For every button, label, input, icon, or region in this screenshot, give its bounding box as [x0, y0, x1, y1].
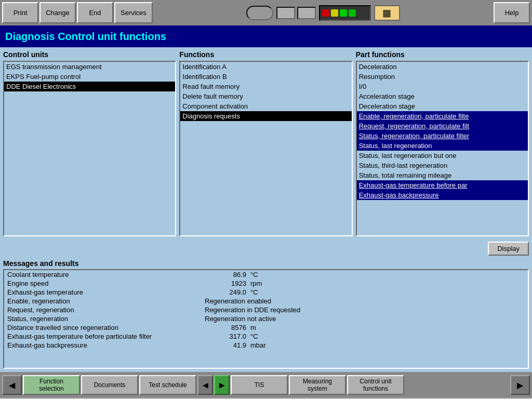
nav-btn-1[interactable]: Documents: [81, 375, 138, 395]
part-function-item-9[interactable]: Status, last regeneration but one: [357, 151, 528, 161]
functions-list-container: Identification AIdentification BRead fau…: [179, 61, 352, 236]
control-units-header: Control units: [3, 50, 176, 59]
help-button[interactable]: Help: [494, 2, 530, 23]
functions-header: Functions: [179, 50, 352, 59]
toolbar-spacer: ▦: [154, 2, 493, 23]
msg-unit-2: °C: [246, 288, 277, 296]
message-row-6: Distance travelled since regeneration857…: [4, 323, 528, 332]
display-area: Display: [0, 240, 532, 258]
nav-btn-5[interactable]: Control unit functions: [347, 375, 404, 395]
nav-btn-3[interactable]: TIS: [231, 375, 288, 395]
function-item-3[interactable]: Delete fault memory: [180, 91, 351, 101]
msg-value-8: 41.9: [205, 341, 246, 349]
control-unit-item-0[interactable]: EGS transmission management: [4, 62, 175, 72]
message-row-4: Request, regenerationRegeneration in DDE…: [4, 305, 528, 314]
msg-label-4: Request, regeneration: [7, 306, 205, 314]
led-green-1: [340, 9, 347, 17]
function-item-2[interactable]: Read fault memory: [180, 82, 351, 91]
msg-unit-0: °C: [246, 271, 277, 278]
msg-text-4: Regeneration in DDE requested: [205, 306, 525, 314]
function-item-1[interactable]: Identification B: [180, 72, 351, 82]
part-function-item-12[interactable]: Exhaust-gas temperature before par: [357, 180, 528, 190]
functions-panel: Functions Identification AIdentification…: [179, 50, 352, 236]
msg-unit-6: m: [246, 324, 277, 331]
nav-left-arrow[interactable]: ◀: [2, 375, 22, 395]
msg-unit-1: rpm: [246, 280, 277, 287]
functions-scroll[interactable]: Identification AIdentification BRead fau…: [180, 62, 351, 235]
part-function-item-4[interactable]: Deceleration stage: [357, 101, 528, 111]
nav-btn-4[interactable]: Measuring system: [289, 375, 346, 395]
msg-text-3: Regeneration enabled: [205, 297, 525, 305]
change-button[interactable]: Change: [39, 2, 76, 23]
part-functions-scroll[interactable]: DecelerationResumptionI/0Acceleration st…: [357, 62, 528, 235]
msg-value-1: 1923: [205, 280, 246, 287]
message-row-2: Exhaust-gas temperature249.0°C: [4, 288, 528, 297]
message-row-3: Enable, regenerationRegeneration enabled: [4, 297, 528, 305]
msg-label-2: Exhaust-gas temperature: [7, 288, 205, 296]
control-unit-item-2[interactable]: DDE Diesel Electronics: [4, 82, 175, 91]
control-unit-item-1[interactable]: EKPS Fuel-pump control: [4, 72, 175, 82]
msg-label-1: Engine speed: [7, 280, 205, 287]
msg-label-7: Exhaust-gas temperature before particula…: [7, 332, 205, 340]
messages-container[interactable]: Coolant temperature86.9°CEngine speed192…: [3, 269, 529, 369]
part-function-item-2[interactable]: I/0: [357, 82, 528, 91]
car-icon-1: [276, 7, 295, 19]
car-icons: [276, 7, 316, 19]
part-function-item-7[interactable]: Status, regeneration, particulate filter: [357, 131, 528, 141]
display-button[interactable]: Display: [488, 242, 529, 256]
nav-inner-left-arrow[interactable]: ◀: [197, 375, 213, 395]
message-row-8: Exhaust-gas backpressure41.9mbar: [4, 341, 528, 350]
part-function-item-13[interactable]: Exhaust-gas backpressure: [357, 190, 528, 200]
control-units-scroll[interactable]: EGS transmission managementEKPS Fuel-pum…: [4, 62, 175, 235]
msg-label-8: Exhaust-gas backpressure: [7, 341, 205, 349]
part-function-item-0[interactable]: Deceleration: [357, 62, 528, 72]
nav-btn-2[interactable]: Test schedule: [139, 375, 196, 395]
msg-value-2: 249.0: [205, 288, 246, 296]
part-function-item-8[interactable]: Status, last regeneration: [357, 141, 528, 151]
part-functions-header: Part functions: [356, 50, 529, 59]
control-units-panel: Control units EGS transmission managemen…: [3, 50, 176, 236]
message-row-5: Status, regenerationRegeneration not act…: [4, 314, 528, 323]
part-function-item-5[interactable]: Enable, regeneration, particulate filte: [357, 111, 528, 121]
message-row-0: Coolant temperature86.9°C: [4, 270, 528, 279]
main-content: Control units EGS transmission managemen…: [0, 47, 532, 240]
msg-unit-8: mbar: [246, 341, 277, 349]
title-bar: Diagnosis Control unit functions: [0, 25, 532, 47]
msg-text-5: Regeneration not active: [205, 315, 525, 323]
nav-inner-right-arrow[interactable]: ▶: [214, 375, 230, 395]
nav-btn-0[interactable]: Function selection: [23, 375, 80, 395]
led-red: [322, 9, 329, 17]
part-functions-list-container: DecelerationResumptionI/0Acceleration st…: [356, 61, 529, 236]
control-units-list-container: EGS transmission managementEKPS Fuel-pum…: [3, 61, 176, 236]
part-function-item-3[interactable]: Acceleration stage: [357, 91, 528, 101]
part-function-item-1[interactable]: Resumption: [357, 72, 528, 82]
function-item-0[interactable]: Identification A: [180, 62, 351, 72]
part-functions-panel: Part functions DecelerationResumptionI/0…: [356, 50, 529, 236]
messages-section: Messages and results Coolant temperature…: [0, 258, 532, 372]
msg-label-6: Distance travelled since regeneration: [7, 324, 205, 331]
led-panel: [319, 5, 371, 21]
nav-buttons: Function selectionDocumentsTest schedule…: [23, 375, 509, 395]
function-item-5[interactable]: Diagnosis requests: [180, 111, 351, 121]
part-function-item-11[interactable]: Status, total remaining mileage: [357, 170, 528, 180]
function-item-4[interactable]: Component activation: [180, 101, 351, 111]
bottom-nav: ◀ Function selectionDocumentsTest schedu…: [0, 372, 532, 398]
part-function-item-10[interactable]: Status, third-last regeneration: [357, 161, 528, 170]
part-function-item-6[interactable]: Request, regeneration, particulate filt: [357, 121, 528, 131]
nav-right-arrow[interactable]: ▶: [510, 375, 530, 395]
services-button[interactable]: Services: [114, 2, 153, 23]
msg-label-5: Status, regeneration: [7, 315, 205, 323]
led-yellow: [331, 9, 338, 17]
msg-value-7: 317.0: [205, 332, 246, 340]
msg-value-6: 8576: [205, 324, 246, 331]
message-row-7: Exhaust-gas temperature before particula…: [4, 332, 528, 341]
messages-title: Messages and results: [3, 258, 529, 269]
plug-icon: ▦: [374, 5, 400, 21]
msg-value-0: 86.9: [205, 271, 246, 278]
msg-unit-7: °C: [246, 332, 277, 340]
print-button[interactable]: Print: [2, 2, 38, 23]
led-green-2: [349, 9, 356, 17]
connector-icon: [246, 6, 273, 20]
msg-label-0: Coolant temperature: [7, 271, 205, 278]
end-button[interactable]: End: [77, 2, 113, 23]
